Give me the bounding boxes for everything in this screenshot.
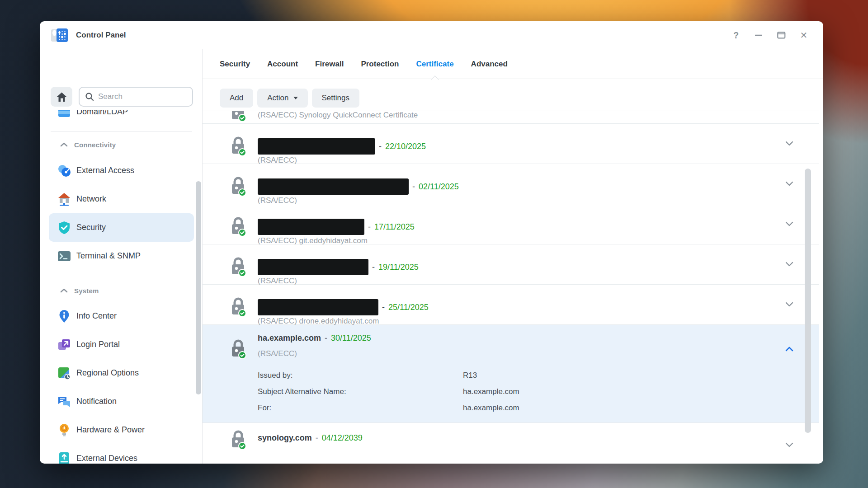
sidebar-item-info-center[interactable]: Info Center (49, 302, 194, 330)
detail-label: Issued by: (258, 367, 463, 384)
certificate-row-expanded[interactable]: ha.example.com - 30/11/2025 (RSA/ECC) Is… (203, 325, 819, 423)
sidebar-item-login-portal[interactable]: Login Portal (49, 330, 194, 359)
maximize-icon (777, 32, 786, 39)
sidebar-item-hardware-power[interactable]: Hardware & Power (49, 416, 194, 444)
certificate-list: (RSA/ECC) Synology QuickConnect Certific… (203, 111, 819, 464)
sidebar-item-network[interactable]: Network (49, 185, 194, 213)
close-icon: ✕ (800, 30, 808, 41)
certificate-expiry-date: 02/11/2025 (419, 181, 459, 193)
sidebar-item-security[interactable]: Security (49, 213, 194, 242)
certificate-expiry-date: 04/12/2039 (322, 432, 363, 444)
external-access-icon (57, 164, 71, 178)
expand-chevron-icon[interactable] (785, 300, 793, 309)
section-label: System (74, 287, 99, 295)
dash-separator: - (372, 261, 375, 273)
minimize-icon (755, 34, 762, 36)
sidebar: Domain/LDAP Connectivity (40, 49, 203, 464)
certificate-expiry-date: 19/11/2025 (378, 261, 419, 273)
search-input[interactable] (98, 92, 175, 101)
certificate-row[interactable]: - 17/11/2025 (RSA/ECC) git.eddyhidayat.c… (203, 204, 819, 244)
sidebar-item-regional-options[interactable]: Regional Options (49, 359, 194, 387)
tab-bar: Security Account Firewall Protection Cer… (203, 49, 823, 79)
expand-chevron-icon[interactable] (785, 260, 793, 268)
settings-button[interactable]: Settings (312, 89, 359, 108)
certificate-name: ha.example.com (258, 332, 321, 344)
sidebar-item-terminal-snmp[interactable]: Terminal & SNMP (49, 242, 194, 270)
sidebar-item-label: Hardware & Power (76, 425, 145, 435)
certificate-expiry-date: 22/10/2025 (385, 141, 426, 153)
sidebar-item-external-devices[interactable]: External Devices (49, 444, 194, 464)
certificate-row[interactable]: - 22/10/2025 (RSA/ECC) (203, 124, 819, 164)
main-panel: Security Account Firewall Protection Cer… (203, 49, 823, 464)
control-panel-app-icon (51, 27, 69, 43)
maximize-button[interactable] (776, 30, 787, 41)
sidebar-scrollbar[interactable] (196, 181, 201, 394)
tab-certificate[interactable]: Certificate (416, 60, 453, 69)
external-devices-icon (57, 452, 71, 464)
hardware-power-icon (57, 423, 71, 437)
notification-icon (57, 395, 71, 408)
certificate-row[interactable]: - 19/11/2025 (RSA/ECC) (203, 244, 819, 285)
sidebar-divider (51, 274, 192, 274)
redacted-certificate-name (258, 219, 364, 235)
collapse-chevron-icon[interactable] (785, 345, 793, 353)
sidebar-item-label: Regional Options (76, 368, 139, 378)
sidebar-item-external-access[interactable]: External Access (49, 156, 194, 185)
certificate-expiry-date: 30/11/2025 (331, 332, 371, 344)
action-button-label: Action (267, 94, 288, 103)
sidebar-item-label: Login Portal (76, 340, 120, 349)
certificate-name: synology.com (258, 432, 312, 444)
expand-chevron-icon[interactable] (785, 220, 793, 228)
close-button[interactable]: ✕ (798, 30, 809, 41)
section-connectivity[interactable]: Connectivity (40, 136, 202, 153)
redacted-certificate-name (258, 299, 378, 315)
control-panel-window: Control Panel ? ✕ (40, 21, 823, 464)
lock-certificate-icon (230, 296, 247, 319)
window-title: Control Panel (76, 31, 126, 40)
certificate-row[interactable]: synology.com - 04/12/2039 (203, 423, 819, 464)
tab-account[interactable]: Account (267, 60, 298, 69)
search-box[interactable] (79, 87, 193, 107)
sidebar-divider (51, 131, 192, 132)
titlebar[interactable]: Control Panel ? ✕ (40, 21, 823, 49)
lock-certificate-icon (230, 338, 247, 361)
help-button[interactable]: ? (731, 30, 741, 41)
expand-chevron-icon[interactable] (785, 180, 793, 188)
section-label: Connectivity (74, 141, 116, 149)
dash-separator: - (379, 141, 382, 153)
certificate-row-quickconnect-clipped[interactable]: (RSA/ECC) Synology QuickConnect Certific… (203, 111, 819, 124)
expand-chevron-icon[interactable] (785, 441, 793, 449)
certificate-row[interactable]: - 25/11/2025 (RSA/ECC) drone.eddyhidayat… (203, 285, 819, 325)
tab-firewall[interactable]: Firewall (315, 60, 344, 69)
sidebar-item-label: Domain/LDAP (76, 110, 128, 117)
sidebar-item-notification[interactable]: Notification (49, 387, 194, 416)
certificate-expiry-date: 17/11/2025 (374, 221, 415, 233)
add-button-label: Add (230, 94, 243, 103)
detail-label: Subject Alternative Name: (258, 384, 463, 400)
tab-protection[interactable]: Protection (361, 60, 399, 69)
certificate-row[interactable]: - 02/11/2025 (RSA/ECC) (203, 164, 819, 204)
sidebar-item-domain-ldap-clipped[interactable]: Domain/LDAP (40, 110, 202, 126)
redacted-certificate-name (258, 138, 375, 155)
detail-label: For: (258, 400, 463, 416)
help-icon: ? (733, 30, 739, 41)
tab-advanced[interactable]: Advanced (471, 60, 508, 69)
dash-separator: - (368, 221, 371, 233)
dash-separator: - (325, 332, 327, 344)
main-scrollbar[interactable] (805, 169, 811, 433)
redacted-certificate-name (258, 259, 368, 275)
login-portal-icon (57, 338, 71, 352)
expand-chevron-icon[interactable] (785, 140, 793, 148)
add-button[interactable]: Add (220, 89, 253, 108)
action-button[interactable]: Action (257, 89, 307, 108)
tab-security[interactable]: Security (220, 60, 250, 69)
dash-separator: - (412, 181, 415, 193)
certificate-expiry-date: 25/11/2025 (388, 301, 429, 314)
section-system[interactable]: System (40, 282, 202, 299)
dropdown-caret-icon (293, 97, 298, 99)
home-icon (56, 92, 67, 102)
sidebar-item-label: External Access (76, 166, 134, 175)
lock-certificate-icon (230, 429, 247, 452)
minimize-button[interactable] (753, 30, 764, 41)
home-button[interactable] (51, 87, 72, 107)
